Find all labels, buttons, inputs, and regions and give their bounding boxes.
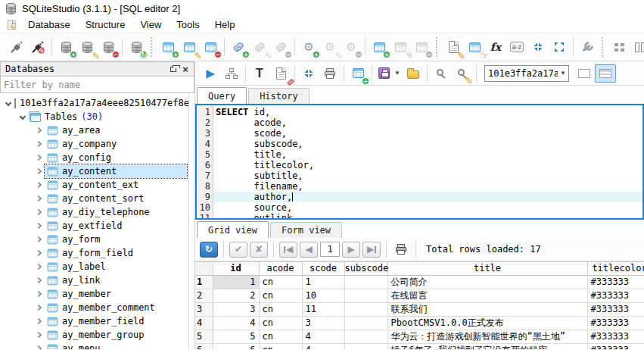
menu-view[interactable]: View	[132, 17, 169, 32]
remove-trigger-icon[interactable]: ⚙−	[341, 36, 362, 58]
chevron-right-icon[interactable]	[36, 223, 42, 229]
import-data-icon[interactable]: ☞	[464, 36, 485, 58]
cell-titlecolor[interactable]: #333333	[587, 302, 644, 316]
print-results-icon[interactable]	[392, 242, 410, 258]
refresh-results-icon[interactable]: ↻	[200, 242, 218, 258]
tree-item-database[interactable]: 101e3ffa2a17a7a4eee82510477ef8ea (	[0, 96, 188, 110]
collations-icon[interactable]: a·z	[506, 36, 527, 58]
cell-scode[interactable]: 11	[302, 302, 344, 316]
expand-windows-icon[interactable]	[549, 36, 570, 58]
tree-item-ay_form[interactable]: ay_form	[0, 233, 188, 246]
filter-input[interactable]	[1, 77, 194, 92]
cell-scode[interactable]: 10	[302, 289, 344, 302]
edit-database-icon[interactable]: ✎	[76, 36, 98, 58]
add-index-icon[interactable]: +	[228, 36, 249, 58]
page-number-input[interactable]: 1	[320, 242, 340, 257]
column-header-titlecolor[interactable]: titlecolor	[587, 262, 644, 275]
format-sql-icon[interactable]: T	[249, 63, 270, 84]
tree-item-ay_config[interactable]: ay_config	[0, 151, 188, 164]
sql-code-editor[interactable]: 1234567891011 SELECT id, acode, scode, s…	[195, 104, 644, 220]
cell-titlecolor[interactable]: #333333	[587, 316, 644, 330]
row-number[interactable]: 2	[195, 289, 213, 302]
first-page-icon[interactable]: ◀	[279, 242, 297, 258]
collapse-windows-icon[interactable]	[527, 36, 549, 58]
tree-item-ay_area[interactable]: ay_area	[0, 123, 188, 137]
tree-item-ay_form_field[interactable]: ay_form_field	[0, 246, 188, 260]
close-panel-icon[interactable]: ×	[179, 64, 191, 75]
cell-titlecolor[interactable]: #333333	[587, 343, 644, 349]
tree-item-ay_menu[interactable]: ay_menu	[0, 342, 188, 349]
chevron-right-icon[interactable]	[36, 168, 42, 174]
rollback-icon[interactable]: ✘	[250, 242, 268, 258]
edit-table-icon[interactable]: ✎	[179, 36, 200, 58]
chevron-right-icon[interactable]	[36, 236, 42, 242]
column-header-subscode[interactable]: subscode	[344, 262, 387, 275]
cell-scode[interactable]: 4	[302, 330, 344, 343]
row-number[interactable]: 5	[195, 330, 213, 343]
cell-acode[interactable]: cn	[259, 343, 302, 349]
tree-item-ay_content_ext[interactable]: ay_content_ext	[0, 178, 188, 192]
chevron-right-icon[interactable]	[36, 277, 42, 283]
clear-history-icon[interactable]	[270, 63, 291, 84]
menu-tools[interactable]: Tools	[169, 17, 207, 32]
cell-subscode[interactable]	[344, 302, 387, 316]
cell-title[interactable]: 联系我们	[387, 302, 587, 316]
cell-scode[interactable]: 3	[302, 316, 344, 330]
open-sql-file-icon[interactable]	[403, 63, 424, 84]
cell-title[interactable]: 华为云：打造游戏创新智能世界的“黑土地”	[387, 330, 587, 343]
replace-icon[interactable]: ✎	[452, 63, 473, 84]
cell-id[interactable]: 4	[213, 316, 259, 330]
tree-item-ay_member_field[interactable]: ay_member_field	[0, 314, 188, 328]
tab-query[interactable]: Query	[197, 87, 247, 104]
cell-title[interactable]: PbootCMSV1.0.0正式发布	[387, 316, 587, 330]
cell-id[interactable]: 1	[213, 275, 259, 289]
tree-item-ay_link[interactable]: ay_link	[0, 273, 188, 287]
edit-index-icon[interactable]: ✎	[249, 36, 270, 58]
tab-history[interactable]: History	[248, 88, 310, 104]
chevron-down-icon[interactable]	[5, 100, 11, 106]
save-sql-icon[interactable]	[375, 63, 392, 84]
corner-header-cell[interactable]	[195, 262, 213, 275]
save-dropdown-icon[interactable]: ▼	[392, 63, 403, 84]
execute-query-icon[interactable]: ▶	[200, 63, 221, 84]
tree-item-ay_member[interactable]: ay_member	[0, 287, 188, 301]
cell-acode[interactable]: cn	[259, 316, 302, 330]
tree-item-ay_member_comment[interactable]: ay_member_comment	[0, 301, 188, 314]
cell-id[interactable]: 6	[213, 343, 259, 349]
column-header-title[interactable]: title	[387, 262, 587, 275]
tree-item-ay_content[interactable]: ay_content	[0, 164, 188, 178]
cell-subscode[interactable]	[344, 289, 387, 302]
cell-acode[interactable]: cn	[259, 289, 302, 302]
database-selector[interactable]: 101e3ffa2a17a ▼	[484, 65, 569, 82]
cell-subscode[interactable]	[344, 330, 387, 343]
chevron-right-icon[interactable]	[36, 291, 42, 297]
edit-view-icon[interactable]: ⚡✎	[390, 36, 411, 58]
mdi-grid-layout-icon[interactable]	[608, 36, 630, 58]
refresh-schema-icon[interactable]: ↻	[126, 36, 147, 58]
open-sql-editor-icon[interactable]: ✎	[443, 36, 464, 58]
cell-id[interactable]: 3	[213, 302, 259, 316]
add-table-icon[interactable]: +	[157, 36, 179, 58]
last-page-icon[interactable]: ▶	[362, 242, 381, 258]
functions-icon[interactable]: fx	[485, 36, 506, 58]
chevron-right-icon[interactable]	[36, 141, 42, 147]
cell-id[interactable]: 2	[213, 289, 259, 302]
cell-title[interactable]: 在线留言	[387, 289, 587, 302]
chevron-right-icon[interactable]	[36, 305, 42, 311]
next-page-icon[interactable]: ▶	[342, 242, 360, 258]
add-trigger-icon[interactable]: ⚙+	[298, 36, 319, 58]
chevron-right-icon[interactable]	[36, 127, 42, 133]
tree-item-ay_member_group[interactable]: ay_member_group	[0, 328, 188, 342]
find-icon[interactable]	[431, 63, 452, 84]
cell-subscode[interactable]	[344, 275, 387, 289]
cell-id[interactable]: 5	[213, 330, 259, 343]
cell-titlecolor[interactable]: #333333	[587, 330, 644, 343]
chevron-right-icon[interactable]	[36, 155, 42, 161]
cell-titlecolor[interactable]: #333333	[587, 289, 644, 302]
row-number[interactable]: 3	[195, 302, 213, 316]
prev-page-icon[interactable]: ◀	[300, 242, 318, 258]
cell-acode[interactable]: cn	[259, 330, 302, 343]
cell-acode[interactable]: cn	[259, 302, 302, 316]
column-header-acode[interactable]: acode	[259, 262, 302, 275]
menu-database[interactable]: Database	[20, 17, 78, 32]
